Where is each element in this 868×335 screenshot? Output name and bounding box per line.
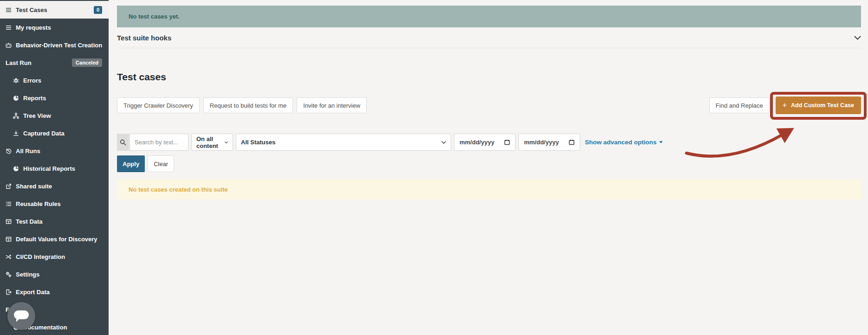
hooks-title: Test suite hooks [117,34,171,42]
list-icon [6,201,12,207]
date-from-input[interactable]: mm/dd/yyyy [454,134,516,151]
sidebar-item-label: Reports [23,95,46,102]
sidebar: Test Cases 0 My requests Behavior-Driven… [0,0,109,335]
share-icon [6,183,12,189]
sidebar-item-label: Last Run [6,59,32,66]
filter-row: On all content All Statuses mm/dd/yyyy m… [117,134,861,151]
menu-icon [6,7,12,13]
sidebar-item-reports[interactable]: Reports [0,89,109,107]
gears-icon [6,271,12,277]
date-from-value: mm/dd/yyyy [460,139,494,146]
sidebar-item-label: Shared suite [16,183,52,190]
notice-banner: No test cases yet. [117,6,861,27]
sidebar-item-label: Reusable Rules [16,200,61,207]
page-title: Test cases [117,71,861,83]
plus-icon: + [783,102,787,109]
download-icon [13,130,19,136]
shuffle-icon [6,254,12,260]
search-group [117,134,188,151]
history-icon [6,148,12,154]
apply-button[interactable]: Apply [117,155,145,172]
file-export-icon [6,289,12,295]
sidebar-item-default-values-for-discovery[interactable]: Default Values for Discovery [0,230,109,248]
count-badge: 0 [94,6,102,14]
scope-select[interactable]: On all content [191,134,233,151]
sidebar-item-label: All Runs [16,148,40,155]
app-root: Test Cases 0 My requests Behavior-Driven… [0,0,868,335]
search-icon-box[interactable] [117,134,129,151]
sidebar-item-historical-reports[interactable]: Historical Reports [0,160,109,177]
advanced-options-link[interactable]: Show advanced options [585,139,663,146]
status-select[interactable]: All Statuses [236,134,451,151]
right-actions-group: Find and Replace + Add Custom Test Case [709,97,861,114]
sidebar-item-label: Captured Data [23,130,65,137]
apply-row: Apply Clear [117,155,861,172]
sidebar-item-errors[interactable]: Errors [0,71,109,89]
sidebar-item-label: CI/CD Integration [16,253,65,260]
actions-row: Trigger Crawler Discovery Request to bui… [117,97,861,114]
pie-chart-icon [13,95,19,101]
left-actions-group: Trigger Crawler Discovery Request to bui… [117,97,367,113]
table-icon [6,236,12,242]
sidebar-item-settings[interactable]: Settings [0,265,109,283]
main-content: No test cases yet. Test suite hooks Test… [109,0,868,335]
sidebar-item-label: Export Data [16,289,50,296]
sidebar-item-label: Default Values for Discovery [16,236,97,243]
request-tests-button[interactable]: Request to build tests for me [203,97,293,113]
sidebar-item-label: Test Data [16,218,43,225]
sidebar-item-label: Test Cases [16,6,47,13]
chevron-down-icon [225,141,228,144]
advanced-options-label: Show advanced options [585,139,657,146]
calendar-icon[interactable] [504,139,510,145]
clear-button[interactable]: Clear [148,155,174,172]
robot-icon [6,42,12,48]
date-to-value: mm/dd/yyyy [524,139,559,146]
caret-down-icon [659,141,663,145]
status-select-value: All Statuses [241,139,275,146]
chat-bubble-icon [14,310,29,319]
sidebar-item-tree-view[interactable]: Tree View [0,107,109,124]
add-custom-wrap: + Add Custom Test Case [776,97,861,114]
trigger-crawler-button[interactable]: Trigger Crawler Discovery [117,97,200,113]
calendar-icon[interactable] [569,139,575,145]
add-custom-label: Add Custom Test Case [791,102,854,109]
sidebar-item-label: Settings [16,271,39,278]
invite-interview-button[interactable]: Invite for an interview [297,97,367,113]
sidebar-item-all-runs[interactable]: All Runs [0,142,109,160]
chat-launcher-button[interactable] [7,302,35,330]
date-to-input[interactable]: mm/dd/yyyy [518,134,580,151]
sidebar-item-last-run[interactable]: Last Run Canceled [0,54,109,71]
sidebar-item-export-data[interactable]: Export Data [0,283,109,301]
pie-chart-icon [13,166,19,172]
sidebar-item-test-cases[interactable]: Test Cases 0 [0,1,109,19]
scope-select-value: On all content [196,135,225,149]
sidebar-item-cicd-integration[interactable]: CI/CD Integration [0,248,109,265]
table-icon [6,219,12,225]
sidebar-item-label: My requests [16,24,51,31]
sidebar-item-behavior-driven-test-creation[interactable]: Behavior-Driven Test Creation [0,36,109,54]
chevron-down-icon [441,141,446,144]
empty-warning-banner: No test cases created on this suite [117,180,861,200]
sidebar-item-label: Behavior-Driven Test Creation [16,42,102,49]
sidebar-item-reusable-rules[interactable]: Reusable Rules [0,195,109,213]
search-input[interactable] [130,134,188,151]
sidebar-item-label: Errors [23,77,41,84]
status-badge: Canceled [72,58,102,67]
hooks-header[interactable]: Test suite hooks [117,27,861,48]
notice-banner-text: No test cases yet. [129,13,180,20]
sidebar-item-label: Tree View [23,112,51,119]
sidebar-item-label: Historical Reports [23,165,75,172]
find-replace-button[interactable]: Find and Replace [709,97,770,113]
search-icon [120,139,126,146]
add-custom-test-case-button[interactable]: + Add Custom Test Case [776,97,861,114]
sidebar-item-captured-data[interactable]: Captured Data [0,124,109,142]
menu-icon [6,25,12,31]
sidebar-item-test-data[interactable]: Test Data [0,213,109,230]
empty-warning-text: No test cases created on this suite [129,186,228,193]
sidebar-item-my-requests[interactable]: My requests [0,19,109,36]
chevron-down-icon[interactable] [854,36,861,40]
sidebar-item-shared-suite[interactable]: Shared suite [0,177,109,195]
bug-icon [13,77,19,84]
tree-icon [13,113,19,119]
